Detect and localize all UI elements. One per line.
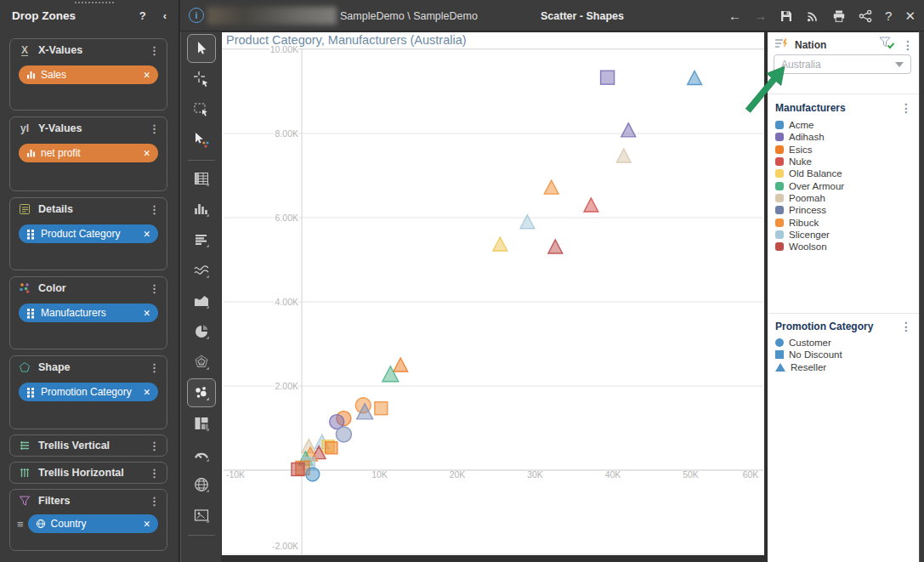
sort-icon[interactable]: ≡: [17, 519, 24, 530]
dropzone-details[interactable]: Details ⋮ Product Category ✕: [9, 197, 167, 270]
data-select-tool[interactable]: [187, 126, 216, 155]
help-icon[interactable]: ?: [885, 9, 892, 23]
data-point[interactable]: [520, 215, 535, 229]
help-icon[interactable]: ?: [139, 9, 146, 22]
legend-item[interactable]: Nuke: [775, 156, 915, 167]
zoom-point-tool[interactable]: [187, 65, 216, 94]
zone-menu-icon[interactable]: ⋮: [149, 361, 160, 374]
image-chart-icon[interactable]: [187, 501, 216, 530]
data-point[interactable]: [688, 71, 702, 84]
print-icon[interactable]: [832, 9, 846, 23]
save-icon[interactable]: [779, 9, 793, 23]
svg-text:-10K: -10K: [226, 469, 245, 480]
legend-swatch: [775, 182, 784, 190]
share-icon[interactable]: [859, 9, 872, 23]
legend-menu-icon[interactable]: ⋮: [900, 102, 912, 114]
forward-icon[interactable]: →: [754, 9, 767, 23]
pie-chart-icon[interactable]: [187, 317, 216, 346]
data-point[interactable]: [544, 180, 558, 194]
data-point[interactable]: [548, 240, 563, 253]
legend-swatch: [775, 219, 784, 227]
legend-item[interactable]: Princess: [775, 204, 915, 216]
treemap-icon[interactable]: [187, 409, 216, 438]
panel-menu-icon[interactable]: ⋮: [902, 39, 914, 51]
legend-item[interactable]: Poomah: [775, 192, 915, 204]
line-chart-icon[interactable]: [187, 256, 216, 285]
marquee-select-tool[interactable]: [187, 95, 216, 124]
back-icon[interactable]: ←: [728, 9, 741, 23]
toolbar-divider: [188, 160, 215, 161]
dropzone-color[interactable]: Color ⋮ Manufacturers ✕: [9, 276, 167, 349]
nation-dropdown[interactable]: Australia: [774, 54, 911, 74]
remove-icon[interactable]: ✕: [143, 229, 150, 239]
radar-chart-icon[interactable]: [187, 348, 216, 377]
legend-item[interactable]: Over Armour: [775, 179, 915, 191]
pill-country[interactable]: Country ✕: [28, 514, 158, 533]
crosstab-icon[interactable]: [187, 164, 216, 193]
pill-manufacturers[interactable]: Manufacturers ✕: [19, 304, 158, 322]
zone-menu-icon[interactable]: ⋮: [149, 44, 160, 57]
zone-menu-icon[interactable]: ⋮: [149, 282, 160, 295]
map-icon[interactable]: [187, 470, 216, 499]
dropzone-shape[interactable]: Shape ⋮ Promotion Category ✕: [9, 355, 167, 429]
legend-item[interactable]: Customer: [775, 337, 915, 349]
data-point[interactable]: [306, 468, 320, 481]
legend-item[interactable]: Woolson: [775, 241, 915, 253]
pill-sales[interactable]: Sales ✕: [19, 65, 158, 84]
pill-promotion-category[interactable]: Promotion Category ✕: [19, 383, 158, 401]
scatter-chart-icon[interactable]: [187, 378, 216, 407]
pill-product-category[interactable]: Product Category ✕: [19, 224, 158, 243]
select-tool[interactable]: [187, 34, 216, 63]
redacted-text: [207, 7, 337, 25]
dropzone-x-values[interactable]: X X-Values ⋮ Sales ✕: [9, 38, 167, 111]
data-point[interactable]: [601, 71, 615, 84]
schedule-icon[interactable]: [806, 9, 819, 23]
data-point[interactable]: [616, 149, 631, 162]
bar-chart-icon[interactable]: [187, 195, 216, 224]
pill-net-profit[interactable]: net profit ✕: [19, 144, 158, 162]
zone-menu-icon[interactable]: ⋮: [149, 440, 160, 452]
remove-icon[interactable]: ✕: [143, 519, 150, 529]
data-point[interactable]: [375, 402, 388, 415]
legend-item[interactable]: Ribuck: [775, 216, 915, 228]
remove-icon[interactable]: ✕: [143, 387, 150, 397]
data-point[interactable]: [336, 427, 351, 442]
legend-item[interactable]: Old Balance: [775, 167, 915, 179]
dropzone-trellis-vertical[interactable]: Trellis Vertical ⋮: [9, 434, 167, 457]
data-point[interactable]: [621, 123, 636, 137]
legend-item[interactable]: Acme: [775, 119, 915, 131]
panel-divider: [768, 313, 919, 314]
data-point[interactable]: [292, 463, 304, 476]
funnel-check-icon[interactable]: [879, 37, 895, 54]
close-icon[interactable]: ✕: [904, 9, 915, 24]
svg-text:10.00K: 10.00K: [270, 44, 298, 54]
legend-menu-icon[interactable]: ⋮: [900, 321, 912, 332]
zone-menu-icon[interactable]: ⋮: [149, 203, 160, 216]
data-point[interactable]: [394, 358, 408, 372]
collapse-sidebar-icon[interactable]: ‹: [163, 9, 167, 22]
zone-menu-icon[interactable]: ⋮: [149, 122, 160, 135]
dropzone-trellis-horizontal[interactable]: Trellis Horizontal ⋮: [9, 462, 167, 484]
dropzone-y-values[interactable]: yI Y-Values ⋮ net profit ✕: [9, 116, 167, 191]
window-edge: [919, 31, 924, 562]
legend-item[interactable]: No Discount: [775, 349, 915, 360]
zone-menu-icon[interactable]: ⋮: [149, 495, 160, 508]
data-point[interactable]: [326, 442, 337, 454]
interval-chart-icon[interactable]: [187, 225, 216, 254]
legend-item[interactable]: Reseller: [775, 361, 915, 373]
legend-swatch: [775, 194, 784, 202]
remove-icon[interactable]: ✕: [143, 148, 150, 158]
data-point[interactable]: [584, 198, 598, 212]
remove-icon[interactable]: ✕: [143, 308, 150, 318]
area-chart-icon[interactable]: [187, 287, 216, 315]
zone-menu-icon[interactable]: ⋮: [149, 467, 160, 480]
legend-item[interactable]: Esics: [775, 144, 915, 156]
remove-icon[interactable]: ✕: [143, 70, 150, 80]
legend-item[interactable]: Adihash: [775, 131, 915, 143]
square-shape-icon: [775, 350, 784, 359]
dropzone-filters[interactable]: Filters ⋮ ≡ Country ✕: [9, 489, 167, 551]
legend-item[interactable]: Slicenger: [775, 229, 915, 241]
info-icon[interactable]: i: [189, 8, 204, 23]
gauge-icon[interactable]: [187, 440, 216, 468]
data-point[interactable]: [493, 237, 507, 251]
